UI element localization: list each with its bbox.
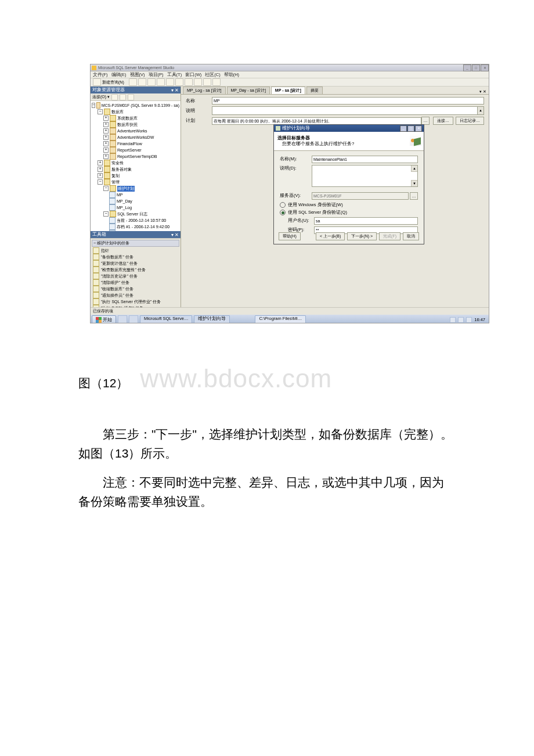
tray-icon-1[interactable] — [450, 317, 456, 323]
toolbox-item-tsql[interactable]: "执行 T-SQL 语句" 任务 — [92, 305, 179, 307]
menu-help[interactable]: 帮助(H) — [224, 72, 239, 78]
tree-maint-plan[interactable]: 维护计划 — [117, 186, 135, 192]
tree-expander[interactable]: + — [98, 173, 103, 178]
tree-log-1[interactable]: 存档 #1 - 2006-12-14 9:42:00 — [117, 224, 169, 230]
tree-sysdb[interactable]: 系统数据库 — [117, 116, 138, 121]
menu-edit[interactable]: 编辑(E) — [111, 72, 127, 78]
tree-expander[interactable]: + — [103, 154, 109, 159]
tree-management[interactable]: 管理 — [111, 179, 120, 185]
wizard-input-desc[interactable]: ▲ ▼ — [312, 165, 418, 187]
wizard-minimize[interactable]: _ — [400, 125, 407, 132]
toolbar-icon-5[interactable] — [166, 78, 174, 86]
toolbar-icon-8[interactable] — [194, 78, 202, 86]
wizard-input-server[interactable]: MCS-PJSM01F — [312, 192, 409, 200]
toolbar-icon-7[interactable] — [185, 78, 193, 86]
toolbox-item-cleanhist[interactable]: "清除历史记录" 任务 — [92, 273, 179, 279]
tree-mp[interactable]: MP — [117, 192, 123, 198]
tree-mp-log[interactable]: MP_Log — [117, 205, 132, 211]
taskbar-entry-wizard[interactable]: 维护计划向导 — [194, 315, 230, 324]
tree-expander[interactable]: − — [103, 211, 109, 217]
tree-aw[interactable]: AdventureWorks — [117, 128, 147, 134]
tree-ff[interactable]: FinancialFlow — [117, 141, 142, 147]
help-button[interactable]: 帮助(H) — [279, 232, 301, 240]
tree-expander[interactable]: + — [103, 135, 109, 140]
tree-awdw[interactable]: AdventureWorksDW — [117, 135, 154, 141]
tree-mp-day[interactable]: MP_Day — [117, 199, 132, 204]
toolbar-icon-10[interactable] — [212, 78, 221, 86]
connect-button[interactable]: 连接… — [433, 117, 453, 125]
menu-project[interactable]: 项目(P) — [149, 72, 164, 78]
tree-rst[interactable]: ReportServerTempDB — [117, 154, 157, 160]
menu-tools[interactable]: 工具(T) — [167, 72, 182, 78]
wizard-input-user[interactable]: sa — [314, 217, 418, 225]
tree-expander[interactable]: − — [92, 103, 95, 108]
new-query-button[interactable]: 新建查询(N) — [102, 80, 124, 85]
toolbar-icon-3[interactable] — [147, 78, 156, 86]
input-desc[interactable] — [212, 106, 478, 115]
taskbar-entry-ssms[interactable]: Microsoft SQL Serve… — [140, 315, 192, 324]
object-explorer-tree[interactable]: −MCS-PJSM01F (SQL Server 9.0.1399 - sa) … — [91, 101, 181, 231]
tab-summary[interactable]: 摘要 — [306, 87, 323, 94]
menu-file[interactable]: 文件(F) — [93, 72, 108, 78]
tree-log-current[interactable]: 当前 - 2006-12-14 10:57:00 — [117, 218, 166, 224]
toolbox-item-pointer[interactable]: 指针 — [92, 247, 179, 254]
toolbox-controls[interactable]: ▾ ✕ — [171, 232, 179, 237]
close-button[interactable]: ✕ — [481, 64, 489, 71]
toolbox-item-agentjob[interactable]: "执行 SQL Server 代理作业" 任务 — [92, 298, 179, 305]
input-name[interactable]: MP — [212, 97, 484, 105]
toolbar-icon-4[interactable] — [157, 78, 165, 86]
wizard-close[interactable]: ✕ — [415, 125, 422, 132]
toolbar-icon-2[interactable] — [138, 78, 146, 86]
tree-rs[interactable]: ReportServer — [117, 147, 142, 153]
toolbar-icon-6[interactable] — [175, 78, 183, 86]
minimize-button[interactable]: _ — [463, 64, 471, 71]
panel-controls[interactable]: ▾ ✕ — [171, 88, 179, 93]
tree-security[interactable]: 安全性 — [111, 160, 124, 166]
toolbox-item-stats[interactable]: "更新统计信息" 任务 — [92, 260, 179, 267]
tree-expander[interactable]: − — [98, 179, 103, 185]
toolbox-item-notify[interactable]: "通知操作员" 任务 — [92, 292, 179, 298]
refresh-icon[interactable] — [111, 94, 118, 100]
tabstrip-controls[interactable]: ▾ ✕ — [479, 89, 486, 94]
toolbox-item-backup[interactable]: "备份数据库" 任务 — [92, 254, 179, 260]
server-browse-button[interactable]: … — [410, 192, 418, 200]
tab-mp[interactable]: MP - sa [设计] — [271, 87, 305, 94]
wizard-maximize[interactable]: □ — [407, 125, 414, 132]
radio-windows-auth[interactable] — [280, 202, 286, 208]
filter-icon[interactable] — [120, 94, 126, 100]
toolbox-section-header[interactable]: − 维护计划中的任务 — [92, 240, 179, 247]
tree-expander[interactable]: + — [103, 141, 109, 146]
clock[interactable]: 16:47 — [474, 317, 485, 322]
taskbar-entry-explorer[interactable]: C:\Program Files\Mi… — [255, 315, 306, 324]
toolbox-item-checkdb[interactable]: "检查数据库完整性" 任务 — [92, 267, 179, 273]
tree-expander[interactable]: + — [103, 147, 109, 153]
next-button[interactable]: 下一步(N) > — [347, 232, 377, 240]
quicklaunch-1[interactable] — [118, 315, 127, 324]
tree-sql-log[interactable]: SQL Server 日志 — [117, 211, 147, 217]
connect-dropdown[interactable]: 连接(O) ▾ — [92, 94, 110, 100]
tree-expander[interactable]: + — [103, 122, 109, 127]
menu-view[interactable]: 视图(V) — [130, 72, 145, 78]
stop-icon[interactable] — [128, 94, 134, 100]
textarea-scroll-down[interactable]: ▼ — [411, 180, 417, 186]
wizard-titlebar[interactable]: 维护计划向导 _ □ ✕ — [274, 125, 424, 132]
toolbox-item-shrink[interactable]: "收缩数据库" 任务 — [92, 286, 179, 292]
toolbar-icon-9[interactable] — [203, 78, 211, 86]
tray-icon-3[interactable] — [466, 317, 472, 323]
back-button[interactable]: < 上一步(B) — [316, 232, 345, 240]
wizard-input-name[interactable]: MaintenancePlan1 — [312, 156, 418, 163]
toolbox-item-cleanmaint[interactable]: "清除维护" 任务 — [92, 279, 179, 286]
start-button[interactable]: 开始 — [92, 315, 116, 324]
quicklaunch-2[interactable] — [129, 315, 138, 324]
cancel-button[interactable]: 取消 — [403, 232, 419, 240]
new-query-icon[interactable] — [93, 78, 101, 86]
tree-expander[interactable]: + — [103, 128, 109, 134]
tree-server-obj[interactable]: 服务器对象 — [111, 167, 132, 172]
tree-expander[interactable]: − — [103, 186, 109, 191]
tree-snapshot[interactable]: 数据库快照 — [117, 122, 138, 128]
desc-scroll[interactable]: ▲ — [478, 106, 484, 115]
schedule-picker-button[interactable]: … — [421, 117, 430, 125]
tree-expander[interactable]: − — [98, 109, 103, 114]
tree-expander[interactable]: + — [98, 160, 103, 165]
menu-community[interactable]: 社区(C) — [205, 72, 220, 78]
